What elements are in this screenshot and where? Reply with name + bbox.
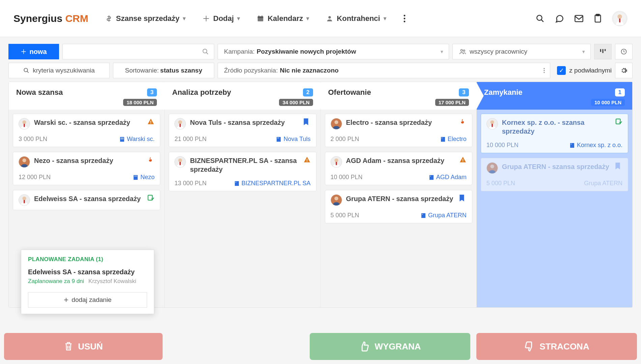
nav-dodaj[interactable]: Dodaj ▾ xyxy=(202,14,240,23)
clipboard-icon[interactable] xyxy=(594,14,602,23)
column-sum-badge: 10 000 PLN xyxy=(591,99,625,106)
nav-kalendarz[interactable]: Kalendarz ▾ xyxy=(257,14,309,23)
lost-label: STRACONA xyxy=(539,341,589,352)
avatar-icon xyxy=(19,156,30,168)
plus-icon xyxy=(21,49,27,55)
avatar-icon xyxy=(19,118,30,130)
svg-point-37 xyxy=(22,159,26,162)
svg-rect-9 xyxy=(575,15,583,22)
opportunity-card[interactable]: Nova Tuls - szansa sprzedaży 21 000 PLN … xyxy=(169,114,316,147)
add-task-button[interactable]: dodaj zadanie xyxy=(28,292,147,308)
card-company-link[interactable]: Kornex sp. z o.o. xyxy=(569,142,622,149)
pracownicy-value: wszyscy pracownicy xyxy=(470,48,527,55)
opportunity-card[interactable]: Kornex sp. z o.o. - szansa sprzedaży 10 … xyxy=(481,114,628,153)
svg-rect-31 xyxy=(121,138,121,138)
search-input[interactable] xyxy=(62,44,214,59)
view-kanban-button[interactable] xyxy=(594,44,612,59)
card-amount: 3 000 PLN xyxy=(19,136,47,143)
popup-header: PLANOWANE ZADANIA (1) xyxy=(28,256,147,263)
view-history-button[interactable] xyxy=(615,44,633,59)
users-icon xyxy=(459,48,466,55)
avatar-icon xyxy=(331,156,342,168)
svg-point-25 xyxy=(544,72,545,73)
popup-title: Edelweiss SA - szansa sprzedaży xyxy=(28,268,147,276)
kampania-label: Kampania: xyxy=(224,48,255,55)
nav-kontrahenci[interactable]: Kontrahenci ▾ xyxy=(326,14,386,23)
new-button-label: nowa xyxy=(29,48,47,56)
toolbar: nowa Kampania: Pozyskiwanie nowych proje… xyxy=(0,37,641,78)
svg-rect-60 xyxy=(336,162,337,165)
card-company-link[interactable]: Nezo xyxy=(133,174,155,181)
nav-dodaj-label: Dodaj xyxy=(213,14,234,23)
chat-icon[interactable] xyxy=(555,14,564,23)
svg-point-16 xyxy=(461,50,463,52)
sort-label: Sortowanie: xyxy=(125,67,159,74)
plus-icon xyxy=(202,15,210,22)
opportunity-card[interactable]: Warski sc. - szansa sprzedaży 3 000 PLN … xyxy=(13,114,160,147)
svg-rect-57 xyxy=(441,137,445,142)
card-title: BIZNESPARTNER.PL SA - szansa sprzedaży xyxy=(190,156,299,174)
card-company-link[interactable]: Grupa ATERN xyxy=(421,212,467,219)
svg-rect-63 xyxy=(429,175,434,180)
column-count-badge: 1 xyxy=(615,88,625,96)
card-company-link[interactable]: AGD Adam xyxy=(429,174,467,181)
svg-rect-64 xyxy=(430,176,431,176)
card-company-link[interactable]: Electro xyxy=(440,136,467,143)
settings-button[interactable] xyxy=(615,63,633,78)
topbar-right xyxy=(536,11,628,26)
svg-rect-29 xyxy=(150,123,151,124)
zrodlo-select[interactable]: Źródło pozyskania: Nic nie zaznaczono xyxy=(218,63,550,78)
search-icon[interactable] xyxy=(536,14,545,23)
opportunity-card-ghost[interactable]: Grupa ATERN - szansa sprzedaży 5 000 PLN… xyxy=(481,158,628,191)
svg-point-65 xyxy=(334,197,338,200)
kampania-select[interactable]: Kampania: Pozyskiwanie nowych projektów … xyxy=(218,44,449,59)
opportunity-card[interactable]: Edelweiss SA - szansa sprzedaży xyxy=(13,190,160,210)
bookmark-icon xyxy=(459,194,467,202)
user-avatar[interactable] xyxy=(612,11,628,26)
opportunity-card[interactable]: BIZNESPARTNER.PL SA - szansa sprzedaży 1… xyxy=(169,152,316,191)
svg-rect-2 xyxy=(259,15,259,17)
svg-rect-27 xyxy=(24,124,25,127)
svg-rect-40 xyxy=(135,176,136,176)
card-company-link[interactable]: BIZNESPARTNER.PL SA xyxy=(234,180,311,187)
new-button[interactable]: nowa xyxy=(8,44,59,59)
column-count-badge: 3 xyxy=(459,88,469,96)
brand-main: Synergius xyxy=(13,13,62,24)
mail-icon[interactable] xyxy=(574,15,584,23)
brand-logo: Synergius CRM xyxy=(13,13,88,24)
svg-rect-69 xyxy=(492,124,493,127)
dollar-icon xyxy=(105,14,113,23)
svg-point-24 xyxy=(544,70,545,71)
sort-button[interactable]: Sortowanie: status szansy xyxy=(113,63,214,78)
bottom-actions: USUŃ WYGRANA STRACONA xyxy=(4,333,637,360)
opportunity-card[interactable]: Grupa ATERN - szansa sprzedaży 5 000 PLN… xyxy=(325,190,472,223)
nav-szanse[interactable]: Szanse sprzedaży ▾ xyxy=(105,14,186,23)
svg-rect-51 xyxy=(179,162,181,165)
card-amount: 10 000 PLN xyxy=(486,142,519,149)
more-menu[interactable] xyxy=(403,14,406,23)
won-button[interactable]: WYGRANA xyxy=(310,333,470,360)
criteria-button[interactable]: kryteria wyszukiwania xyxy=(8,63,110,78)
svg-rect-11 xyxy=(596,14,599,16)
svg-rect-34 xyxy=(121,139,121,139)
card-title: Grupa ATERN - szansa sprzedaży xyxy=(502,162,611,171)
svg-point-45 xyxy=(178,120,182,124)
topbar: Synergius CRM Szanse sprzedaży ▾ Dodaj ▾… xyxy=(0,0,641,37)
svg-rect-35 xyxy=(122,139,122,139)
delete-button[interactable]: USUŃ xyxy=(4,333,163,360)
column-analiza: Analiza potrzeby 2 34 000 PLN Nova Tuls … xyxy=(165,82,320,307)
caret-down-icon: ▼ xyxy=(581,49,586,54)
podwladni-checkbox[interactable]: ✓ z podwładnymi xyxy=(554,63,612,78)
lost-button[interactable]: STRACONA xyxy=(476,333,637,360)
tasks-popup: PLANOWANE ZADANIA (1) Edelweiss SA - sza… xyxy=(21,250,154,314)
svg-point-6 xyxy=(403,18,405,19)
opportunity-card[interactable]: AGD Adam - szansa sprzedaży 10 000 PLN A… xyxy=(325,152,472,185)
opportunity-card[interactable]: Electro - szansa sprzedaży 2 000 PLN Ele… xyxy=(325,114,472,147)
popup-schedule: Zaplanowane za 9 dni xyxy=(28,278,84,284)
card-company-link[interactable]: Warski sc. xyxy=(119,136,155,143)
pracownicy-select[interactable]: wszyscy pracownicy ▼ xyxy=(452,44,591,59)
card-company-link[interactable]: Nova Tuls xyxy=(276,136,310,143)
opportunity-card[interactable]: Nezo - szansa sprzedaży 12 000 PLN Nezo xyxy=(13,152,160,185)
svg-rect-66 xyxy=(421,213,425,218)
more-icon xyxy=(543,67,545,74)
